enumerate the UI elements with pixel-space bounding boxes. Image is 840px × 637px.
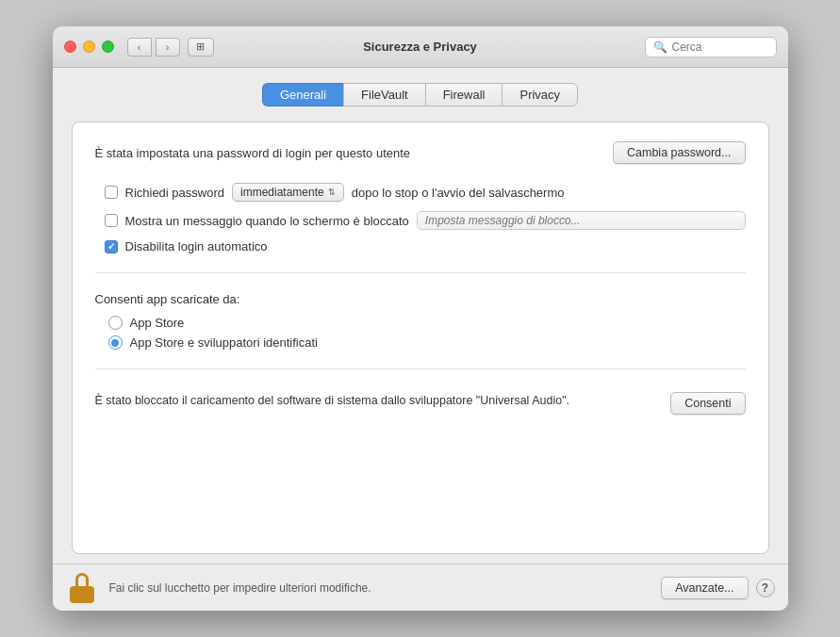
mostra-messaggio-label: Mostra un messaggio quando lo schermo è …: [125, 214, 409, 228]
forward-button[interactable]: ›: [156, 38, 180, 57]
options-section: Richiedi password immediatamente ⇅ dopo …: [95, 183, 746, 253]
lock-icon-wrapper[interactable]: [66, 568, 98, 608]
titlebar: ‹ › ⊞ Sicurezza e Privacy 🔍: [53, 26, 788, 68]
nav-buttons: ‹ ›: [127, 38, 180, 57]
download-section: Consenti app scaricate da: App Store App…: [95, 292, 746, 350]
radio-app-store-dev[interactable]: App Store e sviluppatori identificati: [95, 335, 746, 350]
app-store-dev-radio[interactable]: [108, 335, 123, 350]
richiedi-password-checkbox[interactable]: [105, 186, 118, 199]
lock-shackle: [75, 573, 89, 586]
richiedi-password-label-prefix: Richiedi password: [125, 186, 225, 200]
dropdown-value: immediatamente: [240, 186, 324, 199]
lock-message-input[interactable]: [417, 211, 746, 230]
tab-firewall[interactable]: Firewall: [425, 83, 502, 106]
disabilita-login-checkbox[interactable]: [105, 240, 118, 253]
chevron-up-down-icon: ⇅: [328, 188, 336, 197]
content-area: Generali FileVault Firewall Privacy È st…: [53, 68, 788, 564]
radio-app-store[interactable]: App Store: [95, 316, 746, 330]
maximize-button[interactable]: [102, 41, 114, 53]
app-store-radio[interactable]: [108, 316, 123, 330]
bottom-bar-text: Fai clic sul lucchetto per impedire ulte…: [109, 581, 651, 595]
grid-button[interactable]: ⊞: [188, 38, 214, 57]
main-window: ‹ › ⊞ Sicurezza e Privacy 🔍 Generali Fil…: [53, 26, 788, 611]
mostra-messaggio-row: Mostra un messaggio quando lo schermo è …: [105, 211, 746, 230]
disabilita-login-row: Disabilita login automatico: [105, 239, 746, 253]
tabs: Generali FileVault Firewall Privacy: [72, 83, 769, 106]
tab-generali[interactable]: Generali: [262, 83, 343, 106]
download-section-label: Consenti app scaricate da:: [95, 292, 746, 306]
password-row: È stata impostata una password di login …: [95, 141, 746, 172]
block-notice-text: È stato bloccato il caricamento del soft…: [95, 392, 656, 410]
consenti-button[interactable]: Consenti: [670, 392, 745, 415]
divider: [95, 272, 746, 273]
settings-panel: È stata impostata una password di login …: [72, 122, 769, 554]
search-icon: 🔍: [653, 41, 667, 54]
lock-body: [70, 586, 94, 603]
help-button[interactable]: ?: [756, 579, 775, 597]
password-label: È stata impostata una password di login …: [95, 146, 411, 160]
close-button[interactable]: [64, 41, 76, 53]
change-password-button[interactable]: Cambia password...: [613, 141, 745, 164]
richiedi-password-row: Richiedi password immediatamente ⇅ dopo …: [105, 183, 746, 202]
tab-filevault[interactable]: FileVault: [343, 83, 425, 106]
minimize-button[interactable]: [83, 41, 95, 53]
advanced-button[interactable]: Avanzate...: [661, 577, 748, 599]
tab-privacy[interactable]: Privacy: [502, 83, 578, 106]
block-notice: È stato bloccato il caricamento del soft…: [95, 392, 746, 415]
password-timing-dropdown[interactable]: immediatamente ⇅: [232, 183, 344, 202]
bottom-bar: Fai clic sul lucchetto per impedire ulte…: [53, 564, 788, 611]
bottom-buttons: Avanzate... ?: [661, 577, 774, 599]
search-input[interactable]: [672, 41, 768, 54]
richiedi-password-label-suffix: dopo lo stop o l'avvio del salvaschermo: [352, 186, 565, 200]
traffic-lights: [64, 41, 114, 53]
search-bar[interactable]: 🔍: [645, 37, 777, 57]
divider-2: [95, 368, 746, 369]
window-title: Sicurezza e Privacy: [363, 40, 477, 54]
app-store-dev-label: App Store e sviluppatori identificati: [130, 335, 318, 350]
app-store-label: App Store: [130, 316, 185, 330]
back-button[interactable]: ‹: [127, 38, 152, 57]
mostra-messaggio-checkbox[interactable]: [105, 214, 118, 227]
lock-icon: [70, 573, 94, 603]
disabilita-login-label: Disabilita login automatico: [125, 239, 268, 253]
